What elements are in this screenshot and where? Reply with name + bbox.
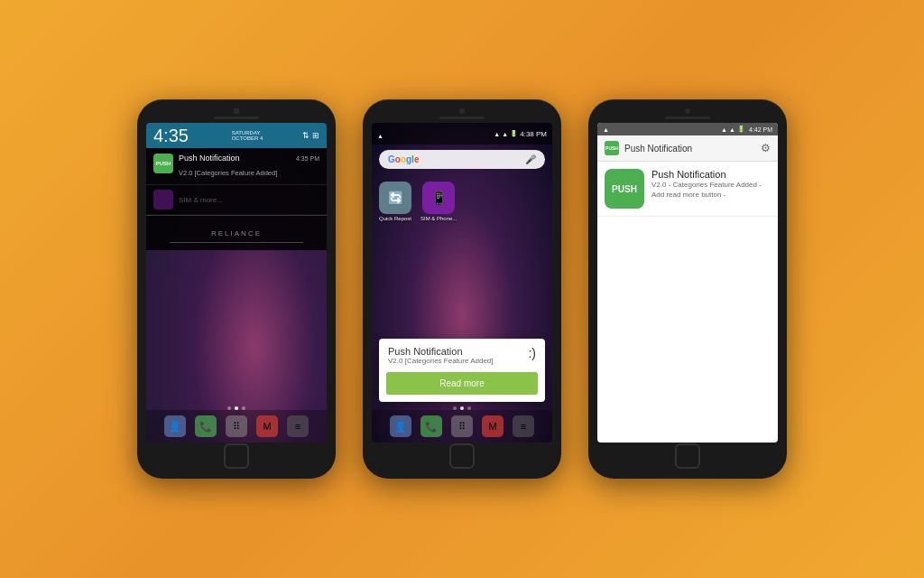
dock-icon-apps[interactable]: ⠿ <box>226 415 247 437</box>
dock-2-gmail[interactable]: M <box>482 415 504 437</box>
phone-bottom-1 <box>146 443 327 470</box>
reliance-text: RELIANCE <box>211 229 262 238</box>
notif-content-1: Push Notification 4:35 PM V2.0 [Categori… <box>179 154 319 179</box>
dock-icon-gmail[interactable]: M <box>256 415 278 437</box>
dock-2-contacts[interactable]: 👤 <box>390 415 411 437</box>
time-display-1: 4:35 <box>153 126 189 144</box>
quick-repost-label: Quick Repost <box>379 216 411 221</box>
phone1-screen: 4:35 SATURDAYOCTOBER 4 ⇅ ⊞ PUSH Push Not… <box>146 123 327 443</box>
camera-1 <box>234 108 239 114</box>
phone-2: ▲ ▲ ▲ 🔋 4:38 PM Google 🎤 🔄 Quick Repost <box>363 99 561 479</box>
notif-title-1: Push Notification <box>179 154 240 163</box>
notif-list-title: Push Notification <box>651 169 771 180</box>
popup-notification[interactable]: Push Notification V2.0 [Categories Featu… <box>379 339 545 402</box>
dock-icon-contacts[interactable]: 👤 <box>164 415 186 437</box>
home-button-3[interactable] <box>675 443 700 469</box>
phone3-screen: ▲ ▲ ▲ 🔋 4:42 PM PUSH Push Notification ⚙… <box>597 123 778 443</box>
sim-phone-label: SIM & Phone... <box>420 216 457 221</box>
notif-time-1: 4:35 PM <box>296 155 319 162</box>
popup-smiley: :) <box>528 346 536 360</box>
app-icon-sim[interactable]: 📱 SIM & Phone... <box>420 182 457 221</box>
dock-2-phone[interactable]: 📞 <box>420 415 442 437</box>
dock-1: 👤 📞 ⠿ M ≡ <box>146 410 327 443</box>
google-search-bar[interactable]: Google 🎤 <box>379 150 545 169</box>
status-bar-2: ▲ ▲ ▲ 🔋 4:38 PM <box>372 123 552 144</box>
push-icon-label: PUSH <box>612 184 637 194</box>
notification-shade: 4:35 SATURDAYOCTOBER 4 ⇅ ⊞ PUSH Push Not… <box>146 123 327 250</box>
gear-icon[interactable]: ⚙ <box>761 142 771 154</box>
mic-icon: 🎤 <box>525 154 536 164</box>
sim-content: SIM & more... <box>179 190 319 206</box>
status-icons-1: ⇅ ⊞ <box>302 131 319 140</box>
signal-icon-2: ▲ <box>502 131 508 137</box>
notif-list-app-icon: PUSH <box>605 141 619 155</box>
dock-icon-menu[interactable]: ≡ <box>287 415 309 437</box>
notif-list-header: PUSH Push Notification ⚙ <box>597 135 778 162</box>
battery-icon-2: 🔋 <box>510 130 518 137</box>
reliance-bar: RELIANCE <box>146 215 327 250</box>
wifi-icon-3: ▲ <box>721 126 727 133</box>
phone-1: 4:35 SATURDAYOCTOBER 4 ⇅ ⊞ PUSH Push Not… <box>137 99 336 479</box>
phone-bottom-2 <box>372 443 552 470</box>
date-display-1: SATURDAYOCTOBER 4 <box>232 130 263 141</box>
phone-bottom-3 <box>597 443 778 470</box>
dock-2-apps[interactable]: ⠿ <box>451 415 473 437</box>
notif-app-icon-1: PUSH <box>153 154 173 173</box>
notif-list-item[interactable]: PUSH Push Notification V2.0 - Categories… <box>597 162 778 217</box>
quick-repost-icon: 🔄 <box>379 182 411 214</box>
time-display-3: 4:42 PM <box>749 126 772 133</box>
phone2-screen: ▲ ▲ ▲ 🔋 4:38 PM Google 🎤 🔄 Quick Repost <box>372 123 552 443</box>
notif-subtitle-1: V2.0 [Categories Feature Added] <box>179 169 277 177</box>
camera-2 <box>459 108 465 114</box>
speaker-1 <box>214 117 259 119</box>
popup-subtitle: V2.0 [Categories Feature Added] <box>388 357 522 365</box>
dock-icon-phone[interactable]: 📞 <box>195 415 217 437</box>
transfer-icon: ⇅ <box>302 131 310 140</box>
app-icons-grid: 🔄 Quick Repost 📱 SIM & Phone... <box>372 174 552 228</box>
status-bar-2-left: ▲ <box>377 126 494 142</box>
google-logo: Google <box>388 154 419 164</box>
read-more-button[interactable]: Read more <box>386 372 538 395</box>
battery-icon-3: 🔋 <box>737 126 745 133</box>
reliance-line <box>170 242 302 243</box>
popup-header: Push Notification V2.0 [Categories Featu… <box>379 339 545 372</box>
phone-3: ▲ ▲ ▲ 🔋 4:42 PM PUSH Push Notification ⚙… <box>588 99 787 479</box>
status-icons-3: ▲ ▲ 🔋 4:42 PM <box>721 126 772 133</box>
home-button-2[interactable] <box>449 443 475 469</box>
app-icon-quick-repost[interactable]: 🔄 Quick Repost <box>379 182 411 221</box>
wifi-icon-2: ▲ <box>494 131 500 137</box>
notification-item-1[interactable]: PUSH Push Notification 4:35 PM V2.0 [Cat… <box>146 148 327 185</box>
status-icons-2: ▲ ▲ 🔋 4:38 PM <box>494 130 547 138</box>
notif-list-header-title: Push Notification <box>624 144 692 154</box>
dock-2: 👤 📞 ⠿ M ≡ <box>372 410 552 443</box>
dock-2-menu[interactable]: ≡ <box>513 415 534 437</box>
sim-notification: SIM & more... <box>146 185 327 215</box>
sim-phone-icon: 📱 <box>422 182 455 214</box>
notif-list-content: Push Notification V2.0 - Categories Feat… <box>651 169 771 209</box>
time-display-2: 4:38 PM <box>520 130 547 138</box>
camera-3 <box>685 108 690 114</box>
grid-icon: ⊞ <box>312 131 319 140</box>
speaker-3 <box>665 117 710 119</box>
notif-push-icon: PUSH <box>605 169 644 209</box>
status-bar-1: 4:35 SATURDAYOCTOBER 4 ⇅ ⊞ <box>146 123 327 148</box>
status-bar-3: ▲ ▲ ▲ 🔋 4:42 PM <box>597 123 778 135</box>
notif-indicator-3: ▲ <box>603 126 609 133</box>
notif-list-text: V2.0 - Categories Feature Added - Add re… <box>651 180 771 200</box>
notif-indicator-2: ▲ <box>377 133 383 139</box>
sim-title: SIM & more... <box>179 196 223 204</box>
sim-icon <box>153 190 173 210</box>
signal-icon-3: ▲ <box>729 126 735 133</box>
speaker-2 <box>439 117 485 119</box>
popup-title: Push Notification <box>388 346 522 357</box>
home-button-1[interactable] <box>224 443 249 469</box>
